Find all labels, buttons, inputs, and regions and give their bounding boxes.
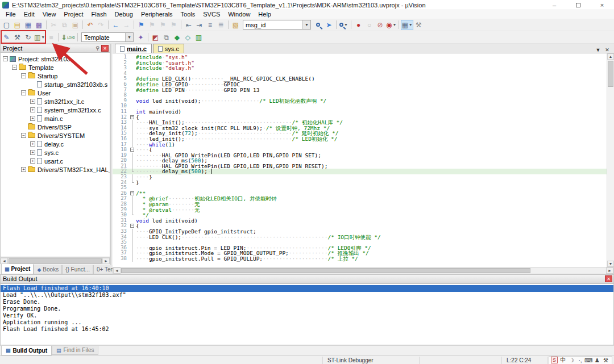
code-line-38[interactable]: 38····gpio_initstruct.Pull = GPIO_PULLUP…	[113, 256, 607, 262]
code-line-9[interactable]: 9void led_init(void);··················/…	[113, 98, 607, 104]
tree-item-stm32f1xx-it-c[interactable]: +stm32f1xx_it.c	[1, 97, 110, 106]
tree-item-drivers-system[interactable]: −Drivers/SYSTEM	[1, 131, 110, 140]
collapse-icon[interactable]: −	[21, 133, 26, 138]
enable-breakpoint-button[interactable]: ○	[364, 20, 375, 30]
batch-build-button[interactable]: ▥▼	[34, 32, 45, 43]
tree-item-system-stm32f1xx-c[interactable]: +system_stm32f1xx.c	[1, 106, 110, 114]
workspace-tab-books[interactable]: ◆Books	[34, 265, 62, 274]
menu-window[interactable]: Window	[224, 10, 254, 19]
collapse-icon[interactable]: −	[3, 56, 8, 61]
code-line-18[interactable]: 18−····{	[113, 147, 607, 153]
code-line-30[interactable]: 30 */	[113, 212, 607, 218]
code-line-3[interactable]: 3#include·"delay.h"	[113, 65, 607, 71]
pin-icon[interactable]: ⚲	[94, 45, 101, 52]
new-file-button[interactable]: ▢	[1, 20, 12, 30]
menu-project[interactable]: Project	[60, 10, 87, 19]
options-for-target-button[interactable]: ✦	[135, 32, 146, 43]
code-line-36[interactable]: 36····gpio_initstruct.Pin = LED_PIN;····…	[113, 245, 607, 251]
code-line-37[interactable]: 37····gpio_initstruct.Mode = GPIO_MODE_O…	[113, 250, 607, 256]
undo-button[interactable]: ↶	[85, 20, 96, 30]
navigate-back-button[interactable]: ←	[110, 20, 121, 30]
code-line-17[interactable]: 17····while(1)	[113, 142, 607, 148]
expand-icon[interactable]: +	[30, 99, 35, 104]
scroll-left-icon[interactable]: ◄	[1, 258, 8, 264]
code-line-7[interactable]: 7#define LED_PIN············GPIO_PIN_13	[113, 87, 607, 93]
code-line-22[interactable]: 22········delay_ms(500);·	[113, 169, 607, 174]
minimize-button[interactable]: –	[542, 0, 566, 10]
fold-gutter[interactable]: −	[130, 223, 136, 229]
save-all-button[interactable]: ▩	[34, 20, 44, 30]
tree-item-user[interactable]: −User	[1, 89, 110, 97]
restore-button[interactable]	[566, 0, 590, 10]
expand-icon[interactable]: +	[30, 158, 35, 164]
manage-rte-button[interactable]: ◆	[172, 32, 182, 43]
build-output-line[interactable]: Erase Done.	[1, 299, 613, 306]
build-output-line[interactable]: Load "..\\..\\Output\\stm32f103.axf"	[1, 292, 613, 299]
menu-help[interactable]: Help	[254, 10, 275, 19]
scroll-up-icon[interactable]: ▲	[607, 53, 614, 60]
code-line-25[interactable]: 25	[113, 185, 607, 191]
code-line-23[interactable]: 23····}	[113, 174, 607, 180]
toggle-bookmark-button[interactable]: ⚑	[136, 20, 147, 30]
tree-item-startup[interactable]: −Startup	[1, 72, 110, 80]
build-output-line[interactable]: Application running ...	[1, 319, 613, 326]
code-line-28[interactable]: 28 * @param········无	[113, 202, 607, 207]
code-line-2[interactable]: 2#include·"usart.h"	[113, 60, 607, 66]
collapse-icon[interactable]: −	[21, 73, 26, 78]
download-button[interactable]: ⇓LOAD	[60, 32, 76, 43]
scroll-thumb[interactable]	[608, 61, 613, 87]
incremental-find-button[interactable]: ➤	[323, 20, 334, 30]
book-icon[interactable]: ▧	[230, 20, 241, 30]
code-line-10[interactable]: 10	[113, 103, 607, 109]
pack-installer-button[interactable]: ◇	[182, 32, 193, 43]
search-combo[interactable]: msg_id ▼	[243, 20, 311, 30]
close-icon[interactable]: ✕	[101, 45, 109, 52]
tree-item-project-stm32f103[interactable]: −Project: stm32f103	[1, 55, 110, 63]
build-button[interactable]: ⚒	[12, 32, 23, 43]
code-line-29[interactable]: 29 * @retval·······无	[113, 207, 607, 213]
chinese-mode-icon[interactable]: 中	[559, 356, 567, 364]
menu-tools[interactable]: Tools	[177, 10, 200, 19]
ime-settings-icon[interactable]: ⚒	[601, 357, 610, 363]
output-tab-find-in-files[interactable]: ▤Find in Files	[52, 346, 98, 355]
rebuild-button[interactable]: ↻	[23, 32, 34, 43]
build-output-line[interactable]: Verify OK.	[1, 312, 613, 319]
collapse-icon[interactable]: −	[12, 65, 17, 70]
fullwidth-toggle-icon[interactable]: ☽	[567, 357, 576, 363]
code-line-27[interactable]: 27 * @brief········初始化LED相关IO口, 并使能时钟	[113, 196, 607, 202]
insert-breakpoint-button[interactable]: ●	[353, 20, 364, 30]
project-hscrollbar[interactable]: ◄ ►	[0, 257, 110, 264]
code-line-5[interactable]: 5#define LED_CLK()··········__HAL_RCC_GP…	[113, 76, 607, 82]
debug-windows-button[interactable]: ▦▼	[401, 20, 413, 30]
editor-tab-sys-c[interactable]: sys.c	[153, 44, 184, 53]
code-line-14[interactable]: 14····sys_stm32_clock_init(RCC_PLL_MUL9)…	[113, 125, 607, 131]
fold-gutter[interactable]: −	[130, 147, 136, 153]
tree-item-sys-c[interactable]: +sys.c	[1, 148, 110, 157]
soft-keyboard-icon[interactable]: ⌨	[584, 357, 593, 363]
menu-flash[interactable]: Flash	[88, 10, 111, 19]
scroll-left-icon[interactable]: ◄	[113, 267, 121, 274]
code-line-35[interactable]: 35	[113, 240, 607, 245]
editor-tab-main-c[interactable]: main.c	[115, 44, 152, 53]
target-combo[interactable]: Template ▼	[81, 32, 134, 42]
manage-books-button[interactable]: ⧉	[161, 32, 172, 43]
close-document-icon[interactable]: ✕	[603, 47, 612, 53]
close-button[interactable]: ×	[590, 0, 614, 10]
code-line-20[interactable]: 20········delay_ms(500);	[113, 158, 607, 164]
fold-gutter[interactable]: −	[130, 115, 136, 120]
unindent-button[interactable]: ⇤	[183, 20, 194, 30]
build-output-line[interactable]: Flash Load finished at 16:40:10	[1, 285, 613, 292]
workspace-tab--funct-[interactable]: {} Funct...	[62, 265, 93, 274]
code-line-16[interactable]: 16····led_init();·······················…	[113, 136, 607, 142]
code-line-33[interactable]: 33····GPIO_InitTypeDef gpio_initstruct;	[113, 229, 607, 235]
scroll-down-icon[interactable]: ▼	[607, 261, 614, 267]
project-tree[interactable]: −Project: stm32f103−Template−Startupstar…	[0, 53, 110, 257]
workspace-tab-project[interactable]: ▦Project	[1, 264, 34, 274]
manage-components-button[interactable]: ◩	[150, 32, 161, 43]
code-line-6[interactable]: 6#define LED_GPIO···········GPIOC	[113, 82, 607, 87]
code-line-19[interactable]: 19········HAL_GPIO_WritePin(LED_GPIO,LED…	[113, 153, 607, 158]
tree-item-startup-stm32f103xb-s[interactable]: startup_stm32f103xb.s	[1, 80, 110, 89]
chevron-down-icon[interactable]: ▼	[302, 20, 310, 29]
chevron-down-icon[interactable]: ▼	[125, 33, 133, 41]
indent-button[interactable]: ⇥	[194, 20, 205, 30]
